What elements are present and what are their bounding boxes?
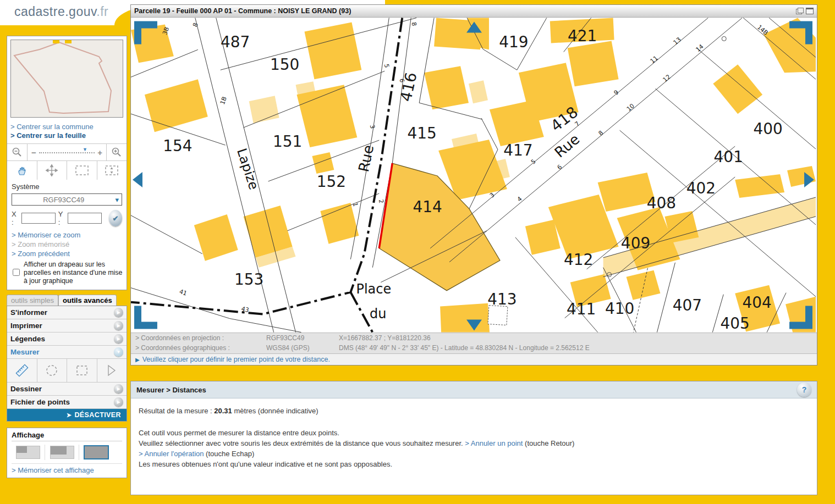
parcel-label: 410 <box>605 300 634 318</box>
menu-label: S'informer <box>10 308 114 317</box>
y-input[interactable] <box>68 213 102 224</box>
measure-result-value: 20.31 <box>214 407 232 415</box>
system-select[interactable]: RGF93CC49 ▾ <box>12 193 122 206</box>
measure-panel-header: Mesurer > Distances ? <box>131 381 817 398</box>
memorized-zoom-link: > Zoom mémorisé <box>12 240 122 249</box>
parcel-label: 417 <box>503 141 532 159</box>
menu-item-sinformer[interactable]: S'informer ▶ <box>7 306 127 319</box>
measure-result: Résultat de la mesure : 20.31 mètres (do… <box>139 406 809 416</box>
minimap-canvas <box>11 40 124 116</box>
maximize-window-icon[interactable] <box>806 8 814 14</box>
measure-panel: Mesurer > Distances ? Résultat de la mes… <box>130 381 817 495</box>
geographic-coords-label: > Coordonnées géographiques : <box>135 344 266 352</box>
measure-area-tool[interactable] <box>67 359 97 382</box>
street-label: du <box>370 306 386 322</box>
zoom-slider-minus[interactable]: − <box>31 148 36 157</box>
parcel-label: 412 <box>564 251 593 269</box>
center-commune-link[interactable]: > Centrer sur la commune <box>10 123 123 131</box>
measure-panel-title: Mesurer > Distances <box>136 386 797 394</box>
x-label: X : <box>12 210 19 226</box>
measure-tools-bar <box>7 359 127 383</box>
pan-hand-tool[interactable] <box>7 161 37 180</box>
zoom-slider-handle[interactable]: ▼ <box>83 147 87 152</box>
measure-help-line3: > Annuler l'opération (touche Echap) <box>139 448 809 459</box>
parcel-label: 405 <box>721 314 750 333</box>
projection-values: X=1667882.37 ; Y=8181220.36 <box>339 334 817 342</box>
menu-label: Dessiner <box>10 385 114 393</box>
flag-checkbox-label: Afficher un drapeau sur les parcelles en… <box>24 261 123 285</box>
minimap-viewport-marker <box>53 40 59 43</box>
measure-disclaimer: Les mesures obtenues n'ont qu'une valeur… <box>139 459 809 469</box>
parcel-label: 153 <box>234 270 263 289</box>
chevron-down-icon: ▾ <box>115 196 122 204</box>
dashed-circle-icon <box>45 363 59 378</box>
magnifier-minus-icon <box>12 147 23 158</box>
tab-outils-simples[interactable]: outils simples <box>7 295 58 306</box>
deactivate-arrow-icon: ➤ <box>67 412 72 419</box>
expand-arrow-icon: ▶ <box>114 321 123 330</box>
zoom-out-button[interactable] <box>7 144 28 160</box>
coordinate-inputs: X : Y : ✔ <box>7 207 127 229</box>
parcel-label: 407 <box>673 296 702 314</box>
expand-arrow-icon: ▶ <box>114 308 123 317</box>
measure-angle-tool[interactable] <box>97 359 127 382</box>
menu-label: Mesurer <box>10 348 114 356</box>
previous-zoom-link[interactable]: > Zoom précédent <box>12 249 122 258</box>
layout-option-full-map[interactable] <box>80 445 113 460</box>
parcel-label: 413 <box>487 290 517 308</box>
navigation-box: > Centrer sur la commune > Centrer sur l… <box>7 36 127 290</box>
deactivate-button[interactable]: ➤ DÉSACTIVER <box>7 409 127 421</box>
zoom-slider[interactable]: − ▼ + <box>28 144 106 160</box>
cancel-operation-link[interactable]: > Annuler l'opération <box>139 450 204 458</box>
cancel-point-link[interactable]: > Annuler un point <box>465 439 523 447</box>
projection-coords-label: > Coordonnées en projection : <box>135 334 266 342</box>
zoom-slider-plus[interactable]: + <box>97 148 102 157</box>
tab-outils-avances[interactable]: outils avancés <box>58 295 117 306</box>
parcel-label: 409 <box>621 234 650 252</box>
menu-item-mesurer[interactable]: Mesurer ▼ <box>7 346 127 359</box>
measure-result-suffix: mètres (donnée indicative) <box>232 407 318 415</box>
map-canvas[interactable]: 4871501511521531544144154164174184194214… <box>131 18 816 333</box>
cancel-operation-hint: (touche Echap) <box>204 450 255 458</box>
projection-system: RGF93CC49 <box>266 334 339 342</box>
menu-label: Fichier de points <box>10 398 114 406</box>
measure-help-line1: Cet outil vous permet de mesurer la dist… <box>139 428 809 438</box>
coordinates-go-button[interactable]: ✔ <box>109 210 122 226</box>
measure-circle-tool[interactable] <box>37 359 68 382</box>
parcel-label: 151 <box>273 132 302 151</box>
coordinates-bar: > Coordonnées en projection : RGF93CC49 … <box>131 333 817 353</box>
zoom-rectangle-tool[interactable] <box>67 161 97 180</box>
cancel-point-hint: (touche Retour) <box>523 439 574 447</box>
menu-item-imprimer[interactable]: Imprimer ▶ <box>7 319 127 333</box>
parcel-label: 150 <box>270 56 299 74</box>
measure-distance-tool[interactable] <box>7 359 37 382</box>
menu-item-fichier-de-points[interactable]: Fichier de points ▶ <box>7 396 127 409</box>
recenter-tool[interactable] <box>37 161 68 180</box>
parcel-label: 408 <box>647 194 676 212</box>
x-input[interactable] <box>21 213 56 224</box>
geographic-values: DMS (48° 49' 49" N - 2° 33' 45" E) - Lat… <box>339 344 817 352</box>
parcel-label: 152 <box>317 173 346 191</box>
flag-checkbox[interactable] <box>13 261 20 284</box>
help-button[interactable]: ? <box>797 383 811 397</box>
menu-item-dessiner[interactable]: Dessiner ▶ <box>7 383 127 396</box>
memorize-zoom-link[interactable]: > Mémoriser ce zoom <box>12 230 122 240</box>
measure-help-text: Veuillez sélectionner avec votre souris … <box>139 439 465 447</box>
layout-medium-icon <box>50 446 74 459</box>
overview-minimap[interactable] <box>10 40 123 118</box>
center-feuille-link[interactable]: > Centrer sur la feuille <box>10 131 123 140</box>
menu-item-legendes[interactable]: Légendes ▶ <box>7 333 127 346</box>
instruction-bar: ▶ Veuillez cliquer pour définir le premi… <box>131 353 817 365</box>
parcel-label: 401 <box>714 148 743 166</box>
zoom-slider-track[interactable]: ▼ <box>39 152 95 153</box>
move-crosshair-icon <box>46 164 58 176</box>
fit-extent-tool[interactable] <box>97 161 127 180</box>
memorize-display-link[interactable]: > Mémoriser cet affichage <box>12 464 122 474</box>
measure-panel-body: Résultat de la mesure : 20.31 mètres (do… <box>131 398 817 477</box>
display-options-box: Affichage > Mémoriser cet affichage <box>7 428 127 478</box>
parcel-label: 404 <box>743 293 772 312</box>
layout-option-small-map[interactable] <box>12 445 45 460</box>
restore-window-icon[interactable] <box>796 8 804 14</box>
layout-option-medium-map[interactable] <box>46 445 79 460</box>
zoom-in-button[interactable] <box>106 144 127 160</box>
